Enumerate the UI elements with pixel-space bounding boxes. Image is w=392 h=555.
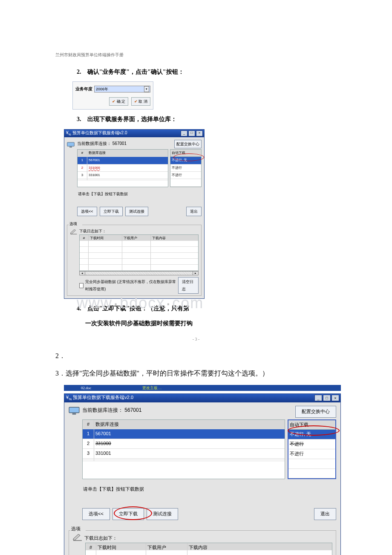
para-3: 3．选择"完全同步基础数据"，平时的日常操作不需要打勾这个选项。）	[55, 367, 337, 380]
para-2: 2．	[55, 350, 337, 362]
options-button[interactable]: 选项<<	[77, 207, 97, 216]
minimize-icon[interactable]: _	[314, 395, 322, 401]
titlebar: ¥% 预算单位数据下载服务端v2.0 _ □ ×	[64, 394, 340, 402]
step-2: 2. 确认"业务年度"，点击"确认"按钮：	[77, 66, 337, 77]
task-strip: 02.doc 更改主板…	[64, 385, 341, 391]
test-conn-button[interactable]: 测试连接	[147, 508, 178, 520]
monitor-icon	[67, 141, 75, 147]
monitor-icon	[69, 407, 80, 415]
year-label: 业务年度	[75, 85, 92, 93]
svg-rect-7	[73, 540, 82, 541]
svg-rect-5	[72, 413, 76, 414]
auto-download-grid[interactable]: 自动下载 不进行, 无... 不进行 不进行	[288, 419, 336, 480]
auto-download-grid[interactable]: 自动下载 不进行, 无... 不进行 不进行	[170, 149, 202, 187]
config-exchange-button[interactable]: 配置交换中心	[295, 406, 336, 418]
svg-rect-3	[71, 234, 77, 234]
exit-button[interactable]: 退出	[186, 207, 202, 216]
db-grid[interactable]: #数据库连接 1567001 2331000 3331001	[82, 419, 285, 480]
chevron-down-icon[interactable]: ▾	[144, 86, 149, 92]
app-window-small: ¥% 预算单位数据下载服务端v2.0 _ □ × 当前数据库连接： 567001…	[64, 129, 205, 299]
log-grid[interactable]: # 下载时间 下载用户 下载内容	[85, 543, 332, 555]
pencil-icon	[72, 534, 83, 542]
options-button[interactable]: 选项<<	[82, 508, 110, 520]
year-dropdown[interactable]: 2006年 ▾	[94, 86, 150, 92]
svg-rect-1	[69, 146, 72, 147]
clear-log-button[interactable]: 清空日志	[178, 277, 199, 293]
ok-button[interactable]: ✔ 确 定	[109, 97, 128, 106]
h-scrollbar[interactable]: ◂ ▸	[79, 271, 199, 275]
svg-rect-0	[67, 142, 75, 146]
svg-rect-4	[69, 407, 79, 413]
minimize-icon[interactable]: _	[181, 130, 187, 136]
download-now-button[interactable]: 立即下载	[112, 508, 144, 520]
pencil-icon	[70, 228, 78, 234]
full-sync-checkbox[interactable]: 完全同步基础数据 (正常情况不推荐，仅在数据库异常时推荐使用)	[79, 278, 178, 292]
year-selector-dialog: 业务年度 2006年 ▾ ✔ 确 定 ✔ 取 消	[72, 81, 153, 110]
close-icon[interactable]: ×	[331, 395, 339, 401]
scroll-right-icon[interactable]: ▸	[193, 271, 199, 275]
config-exchange-button[interactable]: 配置交换中心	[174, 140, 202, 148]
step-3: 3. 出现下载服务界面，选择单位库：	[77, 114, 337, 124]
scroll-left-icon[interactable]: ◂	[79, 271, 85, 275]
svg-marker-2	[71, 229, 76, 234]
page-number: - 3 -	[55, 335, 337, 343]
maximize-icon[interactable]: □	[188, 130, 195, 136]
maximize-icon[interactable]: □	[323, 395, 331, 401]
svg-marker-6	[73, 534, 80, 540]
test-conn-button[interactable]: 测试连接	[125, 207, 148, 216]
titlebar: ¥% 预算单位数据下载服务端v2.0 _ □ ×	[64, 130, 204, 137]
doc-header: 兰州市财政局预算单位终端操作手册	[55, 51, 337, 59]
log-grid[interactable]: # 下载时间 下载用户 下载内容	[79, 234, 199, 271]
download-now-button[interactable]: 立即下载	[100, 207, 123, 216]
close-icon[interactable]: ×	[196, 130, 203, 136]
cancel-button[interactable]: ✔ 取 消	[131, 97, 150, 106]
step-4b: 一次安装软件同步基础数据时候需要打钩	[85, 318, 337, 329]
db-grid[interactable]: #数据库连接 1567001 2331000 3331001	[77, 149, 168, 187]
app-window-large: ¥% 预算单位数据下载服务端v2.0 _ □ × 当前数据库连接： 567001…	[64, 393, 341, 555]
step-4a: 4. 点击"立即下载"按钮：（注意，只有第	[77, 303, 337, 314]
exit-button[interactable]: 退出	[314, 508, 336, 520]
